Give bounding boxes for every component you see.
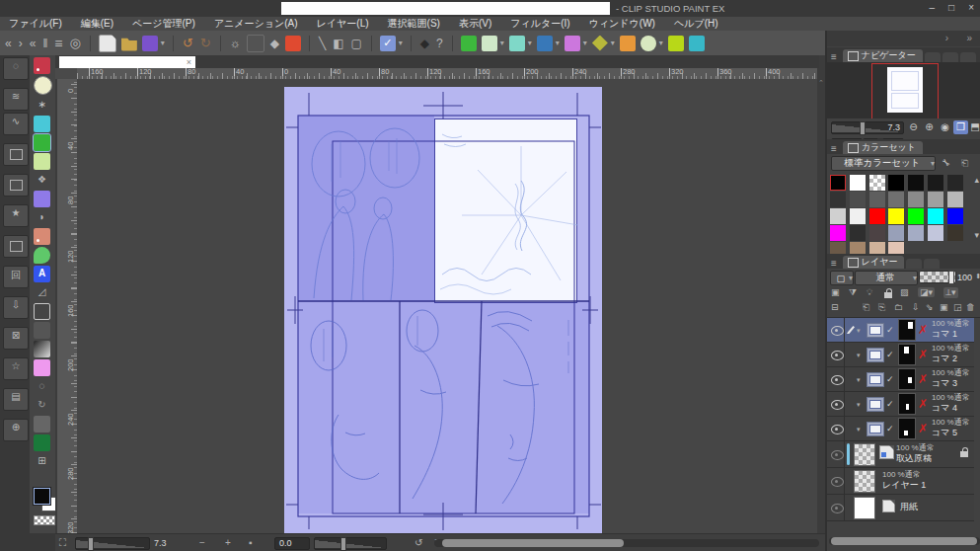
- frame-border-icon[interactable]: [285, 36, 301, 51]
- pen-blue-dropdown-icon[interactable]: ▾: [556, 39, 560, 47]
- color-swatch-transparent[interactable]: [869, 175, 885, 191]
- tool-zoom[interactable]: ◌: [34, 378, 50, 395]
- tool-operation[interactable]: [34, 57, 50, 74]
- statusbar-zoom-out-icon[interactable]: −: [199, 537, 205, 548]
- tool-frame-border[interactable]: [34, 116, 50, 132]
- subview-palette-button[interactable]: [3, 174, 29, 197]
- color-swatch[interactable]: [850, 192, 866, 207]
- mask-disabled-x-icon[interactable]: ✗: [918, 422, 928, 435]
- snap-toggle-icon[interactable]: ✓: [380, 36, 396, 51]
- import-colorset-icon[interactable]: ⎗: [961, 158, 968, 169]
- list-panel-button[interactable]: ▤: [3, 388, 29, 411]
- color-swatch[interactable]: [830, 208, 846, 224]
- mask-disabled-x-icon[interactable]: ✗: [918, 348, 928, 361]
- frame-enabled-check-icon[interactable]: ✓: [886, 325, 894, 335]
- tool-layer-move[interactable]: [34, 191, 50, 207]
- statusbar-zoom-slider[interactable]: [75, 537, 150, 550]
- transfer-down-icon[interactable]: ⇘: [926, 302, 934, 312]
- tool-balloon[interactable]: [34, 247, 50, 264]
- frame-enabled-check-icon[interactable]: ✓: [886, 424, 894, 433]
- settings-panel-button[interactable]: ⊕: [3, 419, 29, 441]
- tool-figure-person[interactable]: [34, 228, 50, 245]
- statusbar-rotate-value-box[interactable]: 0.0: [274, 537, 310, 550]
- fit-to-screen-icon[interactable]: ❐: [953, 120, 968, 134]
- color-swatch[interactable]: [947, 192, 963, 207]
- layer-row-koma5[interactable]: ▾ ✓ ✗ 100 %通常コマ 5: [827, 417, 974, 441]
- tool-lasso[interactable]: [34, 76, 52, 95]
- color-swatch[interactable]: [830, 225, 846, 241]
- tab-information[interactable]: [960, 52, 976, 62]
- zoom-out-icon[interactable]: ⊖: [906, 120, 921, 134]
- document-tab-close-icon[interactable]: ×: [183, 57, 195, 67]
- tool-auto-select[interactable]: ∗: [34, 97, 50, 114]
- dock-hscroll-track[interactable]: [829, 537, 980, 545]
- menu-view[interactable]: 表示(V): [459, 17, 491, 31]
- colorset-select[interactable]: 標準カラーセット▾: [831, 156, 936, 171]
- visibility-eye-icon[interactable]: [831, 450, 844, 460]
- visibility-eye-icon[interactable]: [831, 477, 844, 487]
- color-swatch[interactable]: [850, 225, 866, 241]
- color-swatch[interactable]: [850, 208, 866, 224]
- color-swatch[interactable]: [850, 175, 866, 191]
- clip-to-layer-icon[interactable]: ⧩: [849, 287, 857, 298]
- undo-icon[interactable]: ↺: [182, 36, 194, 51]
- foreground-color-swatch[interactable]: [34, 488, 50, 505]
- layer-row-koma1[interactable]: ▾ ✓ ✗ 100 %通常コマ 1: [827, 318, 974, 343]
- color-swatch[interactable]: [947, 208, 963, 224]
- color-swatch[interactable]: [928, 208, 943, 224]
- snap-dropdown-icon[interactable]: ▾: [399, 39, 403, 47]
- layers-menu-icon[interactable]: ≡: [827, 258, 841, 269]
- pen-tool-green-icon[interactable]: [461, 36, 477, 51]
- merge-down-icon[interactable]: ⇩: [912, 302, 920, 312]
- layer-thumbnail[interactable]: [898, 344, 916, 365]
- frame-enabled-check-icon[interactable]: ✓: [886, 350, 894, 359]
- tool-pen-gray[interactable]: [34, 416, 50, 433]
- tool-marker[interactable]: [34, 153, 50, 170]
- tool-pen-selected[interactable]: [34, 134, 50, 151]
- visibility-eye-icon[interactable]: [831, 400, 844, 410]
- material-palette-button[interactable]: [3, 143, 29, 166]
- color-swatch[interactable]: [908, 175, 924, 191]
- document-tab[interactable]: ×: [59, 56, 195, 68]
- pen-tool-blue-icon[interactable]: [537, 36, 553, 51]
- menu-selection[interactable]: 選択範囲(S): [388, 17, 440, 31]
- layer-thumbnail[interactable]: [898, 319, 916, 341]
- diamond-tool-icon[interactable]: [592, 36, 608, 51]
- visibility-eye-icon[interactable]: [831, 425, 844, 434]
- expand-arrow-icon[interactable]: ▾: [857, 426, 861, 433]
- color-swatch[interactable]: [888, 225, 904, 241]
- panel-tool-icon[interactable]: [620, 36, 636, 51]
- tool-mesh[interactable]: ⊞: [34, 453, 50, 470]
- paper-thumbnail[interactable]: [854, 497, 875, 519]
- canvas-viewport[interactable]: [77, 79, 817, 533]
- dock-collapse-all-icon[interactable]: »: [966, 33, 972, 43]
- lock-transparent-icon[interactable]: ▨: [900, 287, 909, 297]
- pen-tool-magenta-icon[interactable]: [565, 36, 580, 51]
- minimize-button[interactable]: –: [930, 2, 936, 13]
- opacity-slider[interactable]: [919, 271, 956, 283]
- tab-colorset[interactable]: カラーセット: [843, 141, 923, 154]
- new-raster-layer-icon[interactable]: ⎗: [863, 302, 869, 313]
- layer-thumbnail[interactable]: [898, 418, 916, 439]
- canvas-vertical-scrollbar[interactable]: ⌃: [817, 79, 825, 533]
- tool-palette-button-1[interactable]: ≋: [3, 88, 29, 111]
- graduation-cap-icon[interactable]: ◆: [419, 36, 430, 51]
- star-panel-button[interactable]: ☆: [3, 357, 29, 380]
- menu-file[interactable]: ファイル(F): [9, 17, 62, 31]
- reference-layer-icon[interactable]: 💡︎: [867, 287, 872, 298]
- help-icon[interactable]: ?: [435, 36, 444, 51]
- dock-prev-icon[interactable]: ›: [945, 33, 948, 43]
- layer-row-koma3[interactable]: ▾ ✓ ✗ 100 %通常コマ 3: [827, 367, 974, 392]
- color-swatch-selected[interactable]: [830, 175, 846, 191]
- circle-dropdown-icon[interactable]: ▾: [659, 39, 663, 47]
- expand-arrow-icon[interactable]: ▾: [857, 376, 861, 384]
- open-file-icon[interactable]: [121, 36, 137, 51]
- color-swatch[interactable]: [928, 192, 943, 207]
- navigator-view-rect[interactable]: [871, 63, 939, 118]
- color-swatch[interactable]: [869, 208, 885, 224]
- color-swatch[interactable]: [888, 175, 904, 191]
- layer-thumbnail[interactable]: [854, 470, 875, 493]
- statusbar-rotate-slider[interactable]: [314, 537, 387, 550]
- dock-collapse-icon[interactable]: «: [4, 36, 13, 51]
- layer-row-paper[interactable]: 用紙: [827, 495, 974, 521]
